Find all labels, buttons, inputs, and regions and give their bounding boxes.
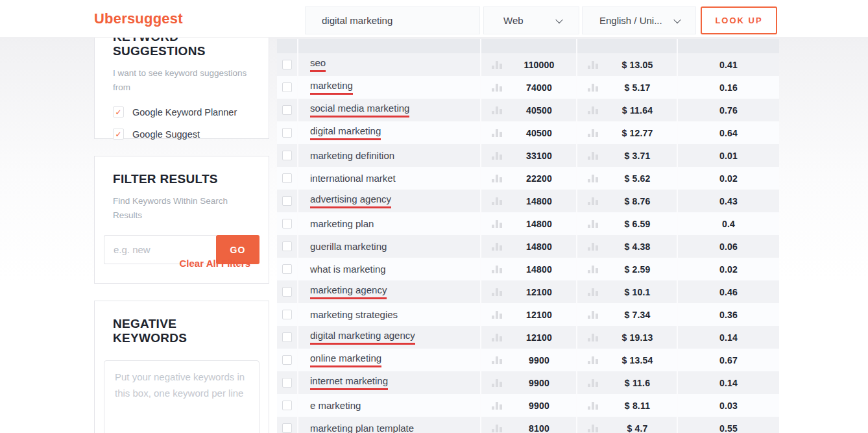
volume-value: 14800 <box>502 241 576 252</box>
row-checkbox[interactable] <box>282 82 292 92</box>
competition-value: 0.4 <box>722 219 735 229</box>
row-checkbox[interactable] <box>282 401 292 410</box>
keyword-link[interactable]: guerilla marketing <box>310 241 387 252</box>
cpc-cell: $ 4.7 <box>577 417 678 433</box>
keyword-link[interactable]: digital marketing <box>310 125 381 140</box>
keyword-link[interactable]: international market <box>310 173 396 184</box>
keyword-link[interactable]: advertising agency <box>310 193 391 208</box>
keyword-link[interactable]: marketing definition <box>310 150 394 161</box>
row-checkbox-cell <box>277 121 298 144</box>
ubersuggest-logo[interactable]: Ubersuggest <box>94 10 183 27</box>
search-type-select[interactable]: Web <box>483 6 579 34</box>
keyword-link[interactable]: e marketing <box>310 400 361 411</box>
row-checkbox-cell <box>277 167 298 190</box>
language-region-select[interactable]: English / Uni... <box>582 6 696 34</box>
volume-cell: 110000 <box>481 53 577 76</box>
competition-cell: 0.76 <box>678 99 779 121</box>
row-checkbox[interactable] <box>282 332 292 342</box>
volume-value: 33100 <box>502 151 576 161</box>
keyword-link[interactable]: marketing strategies <box>310 309 398 320</box>
look-up-button[interactable]: LOOK UP <box>701 6 777 34</box>
row-checkbox[interactable] <box>282 241 292 251</box>
keyword-link[interactable]: marketing plan <box>310 218 374 229</box>
checked-checkbox[interactable]: ✓ <box>113 106 124 118</box>
bar-chart-icon <box>588 106 598 114</box>
row-checkbox-cell <box>277 394 298 417</box>
competition-value: 0.14 <box>719 378 738 388</box>
bar-chart-icon <box>492 220 502 228</box>
row-checkbox-cell <box>277 258 298 280</box>
keyword-link[interactable]: social media marketing <box>310 103 409 118</box>
checked-checkbox[interactable]: ✓ <box>113 129 124 140</box>
bar-chart-icon <box>588 84 598 92</box>
negative-keywords-textarea[interactable] <box>104 360 259 433</box>
row-checkbox[interactable] <box>282 128 292 138</box>
row-checkbox[interactable] <box>282 378 292 388</box>
cpc-value: $ 13.05 <box>598 60 677 70</box>
keyword-link[interactable]: marketing <box>310 80 353 95</box>
negative-keywords-panel: NEGATIVE KEYWORDS <box>94 301 269 433</box>
keyword-link[interactable]: internet marketing <box>310 375 388 390</box>
keyword-cell: advertising agency <box>298 190 481 212</box>
table-row: digital marketing agency 12100 $ 19.13 0… <box>277 326 779 349</box>
volume-value: 22200 <box>502 173 576 184</box>
bar-chart-icon <box>492 61 502 69</box>
cpc-cell: $ 10.1 <box>577 280 678 303</box>
clear-all-filters-link[interactable]: Clear All Filters <box>180 258 250 269</box>
keyword-cell: marketing plan template <box>298 417 481 433</box>
competition-value: 0.41 <box>719 60 738 70</box>
keyword-link[interactable]: online marketing <box>310 353 381 367</box>
keyword-link[interactable]: what is marketing <box>310 264 386 275</box>
bar-chart-icon <box>588 197 598 205</box>
row-checkbox[interactable] <box>282 60 292 69</box>
competition-value: 0.02 <box>719 264 738 275</box>
keyword-search-input[interactable] <box>306 7 479 34</box>
competition-value: 0.67 <box>719 355 738 365</box>
row-checkbox[interactable] <box>282 423 292 433</box>
keyword-cell: online marketing <box>298 349 481 371</box>
cpc-cell: $ 5.62 <box>577 167 678 190</box>
row-checkbox[interactable] <box>282 105 292 115</box>
bar-chart-icon <box>588 379 598 387</box>
filter-results-panel: FILTER RESULTS Find Keywords Within Sear… <box>94 156 269 284</box>
keyword-link[interactable]: digital marketing agency <box>310 330 415 345</box>
suggestion-source-option[interactable]: ✓ Google Keyword Planner <box>113 106 250 118</box>
cpc-cell: $ 13.05 <box>577 53 678 76</box>
table-header-keyword-col <box>298 39 481 53</box>
volume-value: 9900 <box>502 378 576 388</box>
volume-cell: 22200 <box>481 167 577 190</box>
row-checkbox[interactable] <box>282 219 292 229</box>
row-checkbox[interactable] <box>282 151 292 160</box>
table-header-checkbox-col <box>277 39 298 53</box>
keyword-link[interactable]: marketing agency <box>310 284 387 299</box>
row-checkbox[interactable] <box>282 196 292 206</box>
bar-chart-icon <box>492 152 502 160</box>
row-checkbox-cell <box>277 349 298 371</box>
filter-results-subtitle: Find Keywords Within Search Results <box>113 194 250 222</box>
cpc-cell: $ 4.38 <box>577 235 678 258</box>
bar-chart-icon <box>588 356 598 364</box>
suggestion-source-option[interactable]: ✓ Google Suggest <box>113 129 250 140</box>
chevron-down-icon <box>673 16 681 23</box>
row-checkbox[interactable] <box>282 287 292 297</box>
bar-chart-icon <box>588 152 598 160</box>
table-row: advertising agency 14800 $ 8.76 0.43 <box>277 190 779 212</box>
row-checkbox[interactable] <box>282 310 292 319</box>
keyword-link[interactable]: seo <box>310 57 326 72</box>
cpc-value: $ 11.64 <box>598 105 677 116</box>
keyword-link[interactable]: marketing plan template <box>310 423 414 433</box>
keyword-cell: marketing strategies <box>298 303 481 326</box>
row-checkbox[interactable] <box>282 173 292 183</box>
table-header-volume-col <box>481 39 577 53</box>
row-checkbox-cell <box>277 326 298 349</box>
bar-chart-icon <box>588 243 598 251</box>
row-checkbox[interactable] <box>282 264 292 274</box>
volume-value: 14800 <box>502 264 576 275</box>
bar-chart-icon <box>492 129 502 137</box>
bar-chart-icon <box>588 311 598 319</box>
volume-cell: 40500 <box>481 121 577 144</box>
table-row: marketing plan template 8100 $ 4.7 0.55 <box>277 417 779 433</box>
row-checkbox[interactable] <box>282 355 292 365</box>
bar-chart-icon <box>588 425 598 432</box>
table-row: marketing plan 14800 $ 6.59 0.4 <box>277 212 779 235</box>
